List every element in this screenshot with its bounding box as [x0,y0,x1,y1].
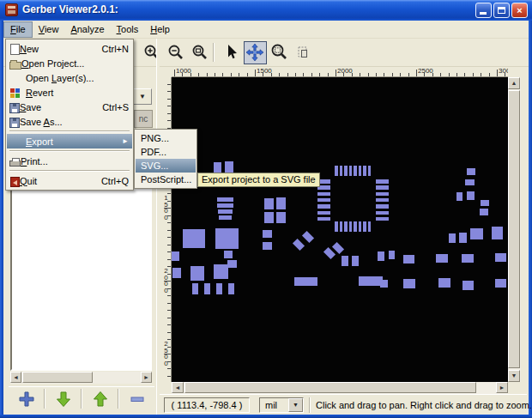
pcb-pad [342,256,348,266]
layer-combo-dropdown[interactable]: ▼ [133,88,152,105]
scroll-left-icon[interactable]: ◄ [172,382,184,393]
pcb-pad [340,221,343,232]
ruler-tick [167,120,171,121]
menu-item-label: Print... [21,156,129,167]
menu-item-print[interactable]: Print... [7,154,132,168]
pcb-pad [317,198,330,203]
save-icon [9,103,20,113]
ruler-tick [416,70,417,76]
scroll-right-icon[interactable]: ► [496,382,508,393]
close-button[interactable]: × [511,3,528,18]
menu-item-save[interactable]: SaveCtrl+S [7,100,132,114]
pcb-pad [492,227,503,239]
scroll-down-icon[interactable]: ▼ [508,370,520,382]
menubar-item-help[interactable]: Help [144,21,176,38]
pcb-pad [225,161,233,173]
submenu-item-pdf[interactable]: PDF... [136,145,196,159]
menu-separator [9,150,130,152]
titlebar[interactable]: Gerber Viewer2.0.1: × [0,0,532,21]
add-layer-button[interactable] [9,388,44,409]
menu-item-open-layer-s[interactable]: Open Layer(s)... [7,70,132,85]
pcb-pad [218,209,233,214]
move-layer-down-button[interactable] [45,388,81,409]
pointer-button[interactable] [220,41,243,64]
menubar-item-file[interactable]: File [3,21,33,38]
pcb-pad [359,276,383,286]
scroll-thumb[interactable] [508,90,520,368]
scroll-left-icon[interactable]: ◄ [10,372,21,383]
pan-button[interactable] [244,41,267,64]
pcb-pad [376,179,389,184]
pcb-pad [436,254,448,263]
submenu-item-svg[interactable]: SVG... [136,159,196,173]
scroll-up-icon[interactable]: ▲ [508,77,520,89]
menu-item-label: New [20,44,95,54]
menu-item-save-as[interactable]: Save As... [7,114,132,129]
menu-shortcut: Ctrl+S [102,102,129,112]
chevron-down-icon[interactable]: ▼ [288,398,303,412]
ruler-tick [360,73,360,76]
canvas-vscrollbar[interactable]: ▲ ▼ [508,77,521,382]
ruler-tick [464,73,465,76]
layer-list-hscrollbar[interactable]: ◄ ► [10,372,152,384]
ruler-tick [167,245,171,245]
toolbar-separator [213,43,215,62]
measure-button[interactable] [292,41,315,64]
menu-item-quit[interactable]: QuitCtrl+Q [7,173,132,188]
arrow-up-icon [91,400,110,410]
ruler-tick [167,222,171,223]
open-icon [9,62,21,70]
remove-layer-button[interactable] [119,388,154,409]
ruler-tick [207,73,208,76]
pcb-pad [359,166,362,176]
canvas-hscrollbar[interactable]: ◄ ► [172,382,508,394]
menu-item-new[interactable]: NewCtrl+N [7,41,132,56]
pcb-pad [495,279,506,288]
scroll-thumb[interactable] [184,382,476,393]
menu-item-revert[interactable]: Revert [7,85,132,100]
ruler-tick [167,106,171,106]
menu-item-export[interactable]: Export► [7,134,132,148]
menubar-item-analyze[interactable]: Analyze [64,21,110,38]
statusbar-help-text: Click and drag to pan. Right click and d… [316,397,532,413]
pcb-canvas[interactable] [172,77,508,382]
submenu-item-postscript[interactable]: PostScript... [136,173,196,186]
ruler-tick [255,70,256,76]
ruler-tick [295,73,296,76]
pcb-pad [376,217,389,221]
ruler-tick [408,73,409,76]
submenu-item-png[interactable]: PNG... [136,131,196,145]
menu-item-open-project[interactable]: Open Project... [7,56,132,70]
menubar-item-tools[interactable]: Tools [111,21,145,38]
ruler-tick [456,73,457,76]
layer-list[interactable] [10,187,152,371]
pcb-pad [376,211,389,215]
pcb-pad [192,283,198,294]
scroll-right-icon[interactable]: ► [141,372,152,383]
ruler-tick [384,73,384,76]
pcb-pad [264,198,274,209]
ruler-tick [368,73,369,76]
ruler-tick [174,70,175,76]
pcb-pad [462,254,474,263]
horizontal-ruler: 10001500200025003000 [172,67,508,77]
menu-item-label: Open Project... [21,58,129,69]
pcb-pad [363,166,366,176]
scroll-thumb[interactable] [22,372,93,383]
move-layer-up-button[interactable] [82,388,118,409]
zoom-out-button[interactable] [165,41,188,64]
maximize-button[interactable] [493,3,510,18]
partial-control: nc [134,110,153,128]
ruler-tick [167,259,171,260]
zoom-region-button[interactable] [268,41,291,64]
ruler-tick [167,376,171,377]
menu-icon-spacer [9,135,22,148]
pcb-pad [359,221,362,232]
menubar-item-view[interactable]: View [33,21,65,38]
pcb-pad [224,251,233,258]
zoom-fit-button[interactable] [189,41,212,64]
ruler-tick [400,73,401,76]
unit-select[interactable]: mil ▼ [259,397,304,413]
menu-separator [9,130,130,132]
minimize-button[interactable] [475,3,492,18]
